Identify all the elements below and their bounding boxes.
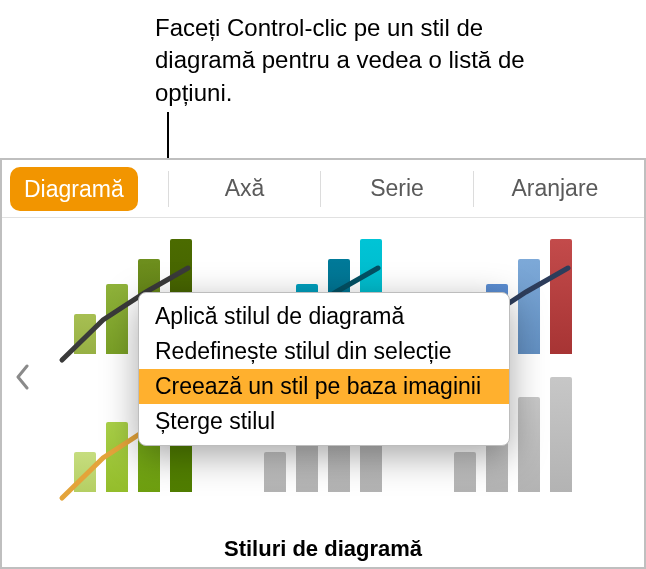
tab-aranjare[interactable]: Aranjare bbox=[474, 160, 636, 217]
chevron-left-icon[interactable] bbox=[8, 363, 36, 397]
thumb-bar bbox=[74, 452, 96, 492]
thumb-bar bbox=[74, 314, 96, 354]
page-indicator bbox=[2, 562, 644, 569]
thumb-bar bbox=[106, 284, 128, 354]
menu-item-delete-style[interactable]: Șterge stilul bbox=[139, 404, 509, 439]
callout-text: Faceți Control-clic pe un stil de diagra… bbox=[155, 12, 585, 109]
tab-diagrama[interactable]: Diagramă bbox=[10, 167, 138, 211]
thumb-bar bbox=[550, 239, 572, 354]
inspector-tabbar: Diagramă Axă Serie Aranjare bbox=[2, 160, 644, 218]
thumb-bar bbox=[106, 422, 128, 492]
menu-item-redefine-style[interactable]: Redefinește stilul din selecție bbox=[139, 334, 509, 369]
thumb-bar bbox=[518, 259, 540, 354]
thumb-bar bbox=[518, 397, 540, 492]
section-title-chart-styles: Stiluri de diagramă bbox=[2, 528, 644, 562]
inspector-panel: Diagramă Axă Serie Aranjare bbox=[0, 158, 646, 569]
thumb-bar bbox=[264, 452, 286, 492]
tab-serie[interactable]: Serie bbox=[321, 160, 473, 217]
thumb-bar bbox=[454, 452, 476, 492]
menu-item-apply-style[interactable]: Aplică stilul de diagramă bbox=[139, 299, 509, 334]
tab-axa[interactable]: Axă bbox=[169, 160, 321, 217]
chart-styles-area: Aplică stilul de diagramă Redefinește st… bbox=[2, 218, 644, 528]
menu-item-create-style-from-image[interactable]: Creează un stil pe baza imaginii bbox=[139, 369, 509, 404]
thumb-bar bbox=[550, 377, 572, 492]
chart-style-context-menu: Aplică stilul de diagramă Redefinește st… bbox=[138, 292, 510, 446]
